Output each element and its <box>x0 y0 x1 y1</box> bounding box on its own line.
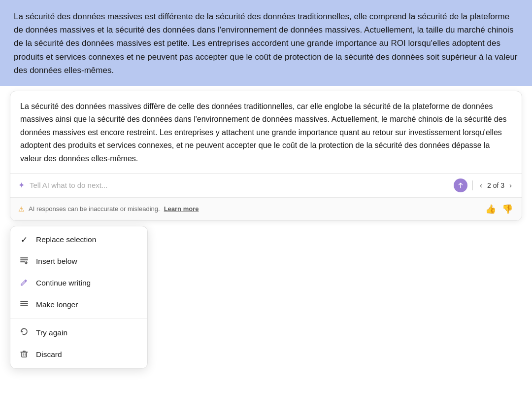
warning-text: AI responses can be inaccurate or mislea… <box>29 205 160 213</box>
send-button[interactable] <box>454 179 467 192</box>
menu-label-replace: Replace selection <box>36 235 96 244</box>
menu-label-try-again: Try again <box>36 328 67 337</box>
ai-input-right: ‹ 2 of 3 › <box>454 179 514 192</box>
menu-label-discard: Discard <box>36 350 62 359</box>
pencil-icon <box>19 278 29 288</box>
ai-panel: La sécurité des données massives diffère… <box>10 91 522 221</box>
nav-next-button[interactable]: › <box>507 180 514 190</box>
ai-suggestion-text: La sécurité des données massives diffère… <box>10 91 522 174</box>
menu-item-continue[interactable]: Continue writing <box>10 272 147 294</box>
nav-controls: ‹ 2 of 3 › <box>478 180 514 190</box>
page-container: La sécurité des données massives est dif… <box>0 0 532 393</box>
dropdown-menu: ✓ Replace selection Insert below <box>10 226 148 369</box>
menu-item-longer[interactable]: Make longer <box>10 294 147 316</box>
divider <box>472 180 473 190</box>
menu-item-try-again[interactable]: Try again <box>10 322 147 344</box>
menu-item-insert[interactable]: Insert below <box>10 250 147 272</box>
svg-rect-7 <box>22 352 27 357</box>
selected-text-area: La sécurité des données massives est dif… <box>0 0 532 86</box>
nav-prev-button[interactable]: ‹ <box>478 180 484 190</box>
trash-icon <box>19 349 29 360</box>
warning-icon: ⚠ <box>18 205 25 213</box>
warning-bar: ⚠ AI responses can be inaccurate or misl… <box>10 198 522 220</box>
feedback-icons: 👍 👎 <box>484 203 514 215</box>
ai-sparkle-icon: ✦ <box>18 180 25 190</box>
make-longer-icon <box>19 299 29 310</box>
check-icon: ✓ <box>19 235 29 245</box>
thumbs-up-button[interactable]: 👍 <box>484 203 497 215</box>
insert-icon <box>19 256 29 267</box>
warning-left: ⚠ AI responses can be inaccurate or misl… <box>18 205 199 213</box>
thumbs-down-button[interactable]: 👎 <box>501 203 514 215</box>
menu-label-continue: Continue writing <box>36 279 91 287</box>
menu-label-longer: Make longer <box>36 300 78 309</box>
try-again-icon <box>19 327 29 338</box>
ai-input-placeholder[interactable]: Tell AI what to do next... <box>30 181 449 189</box>
menu-label-insert: Insert below <box>36 257 77 266</box>
menu-item-discard[interactable]: Discard <box>10 344 147 365</box>
svg-line-3 <box>25 281 26 282</box>
learn-more-link[interactable]: Learn more <box>164 205 199 213</box>
nav-counter: 2 of 3 <box>487 181 504 189</box>
menu-item-replace[interactable]: ✓ Replace selection <box>10 229 147 250</box>
selected-text: La sécurité des données massives est dif… <box>14 10 518 77</box>
menu-divider <box>10 319 147 319</box>
ai-input-bar: ✦ Tell AI what to do next... ‹ 2 of 3 › <box>10 174 522 198</box>
